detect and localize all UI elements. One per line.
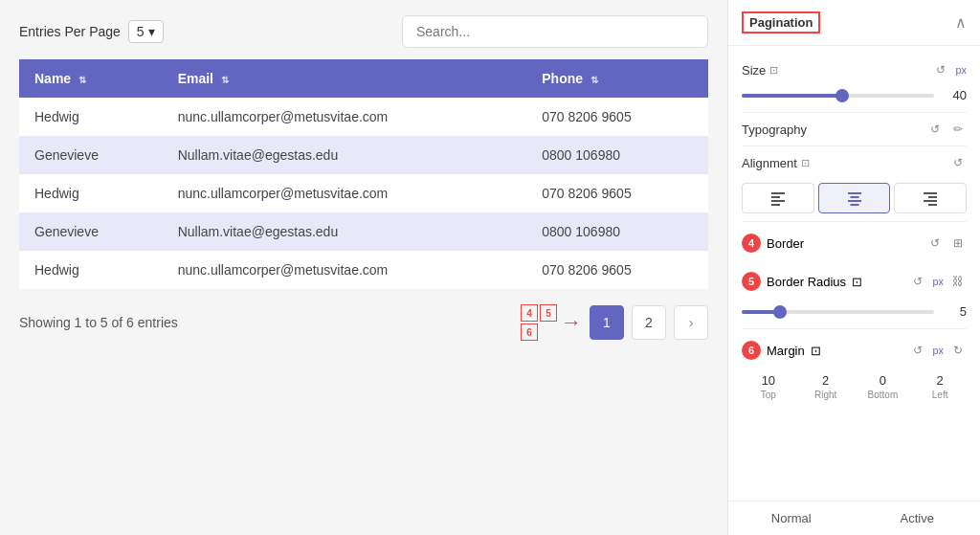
table-row: Hedwignunc.ullamcorper@metusvitae.com070… (19, 251, 708, 289)
align-left-button[interactable] (742, 183, 814, 213)
collapse-button[interactable]: ∧ (955, 13, 967, 32)
table-row: Hedwignunc.ullamcorper@metusvitae.com070… (19, 98, 708, 136)
tab-normal[interactable]: Normal (728, 502, 855, 535)
margin-right-cell: 2 Right (799, 373, 853, 400)
svg-rect-5 (850, 196, 858, 198)
edit-typography-button[interactable]: ✏ (949, 121, 967, 138)
cell-name: Hedwig (19, 98, 163, 136)
typography-label: Typography (742, 123, 807, 137)
arrow-right-icon: → (561, 312, 582, 333)
svg-rect-2 (771, 200, 785, 202)
top-bar: Entries Per Page 5 ▾ (19, 15, 708, 48)
reset-radius-button[interactable]: ↺ (909, 273, 926, 290)
panel-header: Pagination ∧ (728, 0, 980, 46)
border-radius-label: Border Radius (767, 275, 846, 289)
margin-label: Margin (767, 344, 805, 358)
alignment-buttons (742, 177, 967, 219)
table-row: GenevieveNullam.vitae@egestas.edu0800 10… (19, 212, 708, 251)
border-radius-label-row: 5 Border Radius ⊡ (742, 268, 862, 295)
reset-size-button[interactable]: ↺ (932, 61, 949, 78)
left-panel: Entries Per Page 5 ▾ Name ⇅ Email ⇅ Phon… (0, 0, 727, 535)
badge-4: 4 (742, 234, 761, 253)
radius-value: 5 (944, 304, 967, 319)
align-right-button[interactable] (894, 183, 967, 213)
border-radius-row: 5 Border Radius ⊡ ↺ px ⛓ (742, 262, 967, 301)
radius-slider-row: 5 (742, 301, 967, 326)
svg-rect-9 (928, 196, 937, 198)
entries-per-page: Entries Per Page 5 ▾ (19, 20, 164, 43)
entries-label: Entries Per Page (19, 24, 121, 39)
size-slider-thumb[interactable] (835, 89, 849, 102)
margin-unit: px (932, 345, 944, 356)
size-slider-track[interactable] (742, 94, 934, 98)
sort-icon-name: ⇅ (78, 75, 86, 85)
cell-phone: 070 8206 9605 (526, 174, 708, 212)
border-actions: ↺ ⊞ (926, 234, 967, 252)
annotation-4: 4 (521, 304, 538, 322)
table-body: Hedwignunc.ullamcorper@metusvitae.com070… (19, 98, 708, 289)
reset-alignment-button[interactable]: ↺ (949, 154, 967, 171)
svg-rect-0 (771, 192, 785, 194)
margin-actions: ↺ px ↻ (909, 342, 967, 359)
svg-rect-1 (771, 196, 780, 198)
badge-5: 5 (742, 272, 761, 291)
typography-row: Typography ↺ ✏ (742, 115, 967, 144)
col-phone: Phone ⇅ (526, 59, 708, 98)
panel-body: Size ⊡ ↺ px 40 Typography ↺ ✏ (728, 46, 980, 501)
annotation-row-top: 4 5 (521, 304, 557, 322)
sort-icon-phone: ⇅ (590, 75, 598, 85)
size-value: 40 (944, 88, 967, 102)
annotation-stack: 4 5 6 (521, 304, 557, 341)
data-table: Name ⇅ Email ⇅ Phone ⇅ Hedwignunc.ullamc… (19, 59, 708, 289)
border-row: 4 Border ↺ ⊞ (742, 224, 967, 262)
link-margin-button[interactable]: ↻ (949, 342, 967, 359)
cell-name: Genevieve (19, 136, 163, 174)
alignment-row: Alignment ⊡ ↺ (742, 148, 967, 177)
monitor-icon-margin: ⊡ (811, 344, 821, 358)
divider-2 (742, 145, 967, 146)
radius-slider-thumb[interactable] (773, 305, 787, 319)
page-2-button[interactable]: 2 (632, 305, 666, 340)
margin-row: 6 Margin ⊡ ↺ px ↻ (742, 331, 967, 369)
margin-bottom-cell: 0 Bottom (857, 373, 910, 400)
reset-typography-button[interactable]: ↺ (926, 121, 944, 138)
svg-rect-6 (848, 200, 861, 202)
table-row: Hedwignunc.ullamcorper@metusvitae.com070… (19, 174, 708, 212)
size-unit: px (955, 64, 967, 76)
monitor-icon-radius: ⊡ (852, 275, 862, 289)
cell-name: Hedwig (19, 251, 163, 289)
panel-tabs: Normal Active (728, 501, 980, 535)
link-radius-button[interactable]: ⛓ (949, 273, 967, 290)
margin-right-label: Right (814, 390, 836, 400)
divider-1 (742, 112, 967, 113)
page-1-button[interactable]: 1 (590, 305, 624, 340)
size-label: Size ⊡ (742, 63, 778, 78)
margin-left-value: 2 (937, 373, 944, 388)
radius-slider-track[interactable] (742, 310, 934, 314)
border-label: Border (767, 236, 804, 251)
table-row: GenevieveNullam.vitae@egestas.edu0800 10… (19, 136, 708, 174)
entries-value: 5 (137, 24, 145, 39)
pagination-area: 4 5 6 → 1 2 › (521, 304, 708, 341)
margin-left-cell: 2 Left (913, 373, 967, 400)
search-input[interactable] (402, 15, 708, 48)
tab-active[interactable]: Active (855, 502, 981, 535)
cell-email: Nullam.vitae@egestas.edu (163, 136, 527, 174)
typography-actions: ↺ ✏ (926, 121, 967, 138)
reset-margin-button[interactable]: ↺ (909, 342, 926, 359)
badge-6: 6 (742, 341, 761, 360)
annotation-6: 6 (521, 323, 538, 341)
right-panel: Pagination ∧ Size ⊡ ↺ px 40 Typog (727, 0, 980, 535)
showing-text: Showing 1 to 5 of 6 entries (19, 315, 178, 330)
size-slider-fill (742, 94, 842, 98)
grid-border-button[interactable]: ⊞ (949, 234, 967, 252)
alignment-actions: ↺ (949, 154, 967, 171)
panel-title: Pagination (742, 11, 820, 33)
svg-rect-3 (771, 204, 780, 206)
entries-select[interactable]: 5 ▾ (128, 20, 164, 43)
reset-border-button[interactable]: ↺ (926, 234, 944, 252)
align-center-button[interactable] (818, 183, 891, 213)
svg-rect-8 (924, 192, 937, 194)
annotation-row-bottom: 6 (521, 323, 557, 341)
page-next-button[interactable]: › (674, 305, 708, 340)
